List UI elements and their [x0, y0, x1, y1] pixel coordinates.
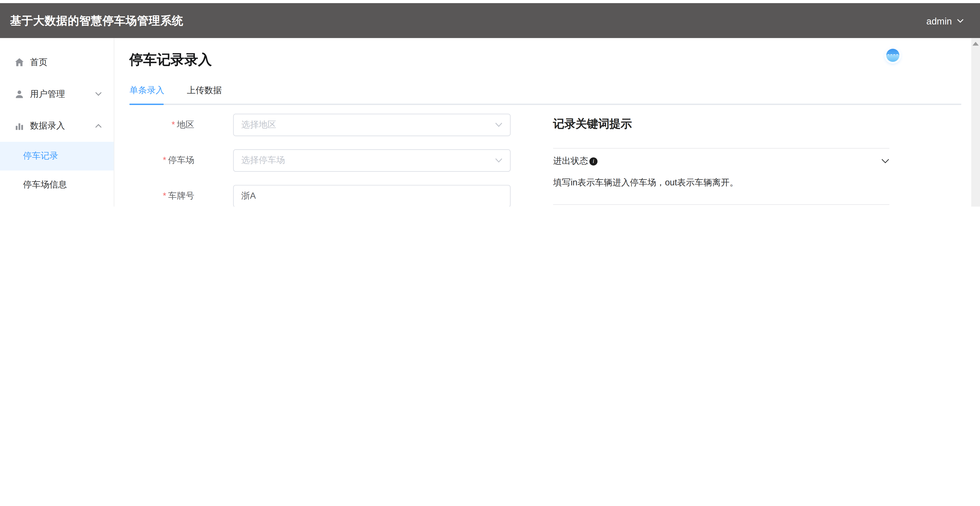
form-row-parking-lot: *停车场 选择停车场 [129, 149, 517, 171]
page-scrollbar[interactable] [971, 38, 980, 206]
floating-sphere-button[interactable] [886, 49, 899, 62]
required-marker: * [163, 190, 166, 200]
page-title: 停车记录录入 [129, 51, 980, 69]
tip-header[interactable]: 进出状态 i [553, 154, 889, 168]
form-row-region: *地区 选择地区 [129, 114, 517, 136]
main-content: 停车记录录入 单条录入 上传数据 *地区 选择地区 *停车场 [115, 38, 980, 206]
sidebar-item-user-management[interactable]: 用户管理 [0, 78, 114, 110]
chevron-down-icon [495, 158, 503, 163]
user-menu[interactable]: admin [926, 15, 964, 26]
parking-lot-select[interactable]: 选择停车场 [233, 149, 511, 171]
app-header: 基于大数据的智慧停车场管理系统 admin [0, 3, 980, 38]
sidebar-item-data-query[interactable]: 数据查询 [0, 199, 114, 206]
tab-bar: 单条录入 上传数据 [129, 85, 961, 105]
sidebar-item-parking-records[interactable]: 停车记录 [0, 142, 114, 171]
bar-chart-icon [14, 121, 24, 131]
tips-title: 记录关键词提示 [553, 116, 889, 131]
field-label: 地区 [177, 119, 194, 129]
scroll-up-arrow[interactable] [973, 42, 979, 46]
sidebar-item-label: 数据录入 [30, 120, 65, 131]
field-label: 停车场 [168, 155, 194, 165]
app-title: 基于大数据的智慧停车场管理系统 [10, 13, 183, 28]
chevron-down-icon [957, 18, 964, 23]
tip-item-inout-status: 进出状态 i 填写in表示车辆进入停车场，out表示车辆离开。 [553, 149, 889, 205]
sidebar-item-home[interactable]: 首页 [0, 46, 114, 78]
chevron-down-icon [495, 122, 503, 127]
tip-item-lot-code: 停车场编号 i 使用编码表示城市内停车场id，各个停车场拥有自己唯一的编码，代表… [553, 205, 889, 206]
select-placeholder: 选择地区 [241, 119, 276, 130]
form-row-plate-number: *车牌号 浙A [129, 185, 517, 206]
active-tab-indicator [129, 103, 164, 105]
body-wrap: 首页 用户管理 数据录入 停车记录 停车场信息 数据查询 [0, 38, 980, 206]
plate-number-input[interactable]: 浙A [233, 185, 511, 206]
tab-single-entry[interactable]: 单条录入 [129, 85, 164, 96]
sidebar-item-label: 停车记录 [23, 151, 58, 162]
sidebar-item-label: 首页 [30, 57, 48, 68]
entry-form: *地区 选择地区 *停车场 选择停车场 *车牌号 [129, 114, 517, 206]
tip-description: 填写in表示车辆进入停车场，out表示车辆离开。 [553, 176, 889, 189]
sidebar-item-label: 用户管理 [30, 89, 65, 100]
sidebar-item-parking-lot-info[interactable]: 停车场信息 [0, 171, 114, 200]
sidebar-item-label: 停车场信息 [23, 179, 67, 190]
input-value: 浙A [241, 190, 256, 202]
chevron-down-icon [95, 92, 102, 96]
chevron-down-icon [881, 159, 889, 164]
sidebar: 首页 用户管理 数据录入 停车记录 停车场信息 数据查询 [0, 38, 115, 206]
info-icon: i [589, 157, 597, 165]
keyword-tips-panel: 记录关键词提示 进出状态 i 填写in表示车辆进入停车场，out表示车辆离开。 … [553, 116, 889, 206]
chevron-up-icon [95, 124, 102, 128]
tab-upload-data[interactable]: 上传数据 [187, 85, 222, 96]
tips-collapse: 进出状态 i 填写in表示车辆进入停车场，out表示车辆离开。 停车场编号 i … [553, 148, 889, 206]
sidebar-item-data-entry[interactable]: 数据录入 [0, 110, 114, 142]
required-marker: * [163, 155, 166, 165]
top-strip [0, 0, 980, 3]
field-label: 车牌号 [168, 190, 194, 200]
region-select[interactable]: 选择地区 [233, 114, 511, 136]
user-icon [14, 89, 24, 99]
required-marker: * [172, 119, 175, 129]
username: admin [926, 15, 952, 26]
home-icon [14, 57, 24, 67]
app-root: 基于大数据的智慧停车场管理系统 admin 首页 用户管理 数据录入 [0, 0, 980, 206]
select-placeholder: 选择停车场 [241, 155, 285, 166]
